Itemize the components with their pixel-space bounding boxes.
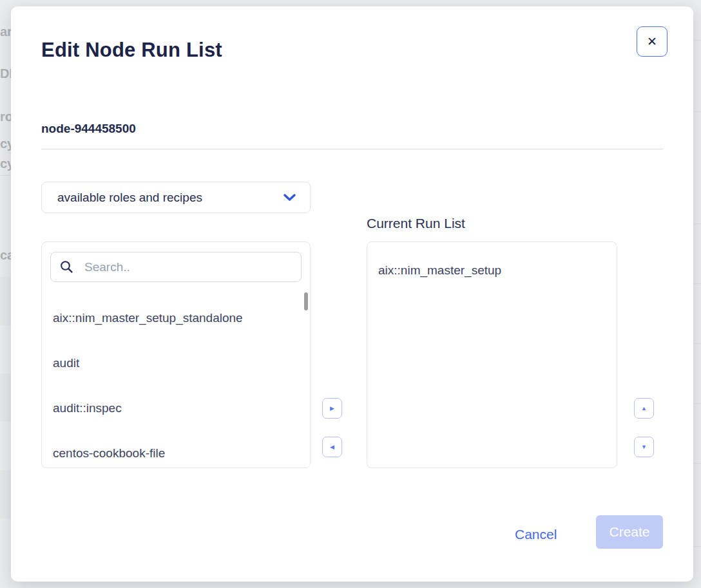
background-table-row [0, 470, 11, 518]
background-divider [693, 343, 701, 344]
triangle-down-icon: ▼ [641, 444, 647, 450]
close-icon: ✕ [647, 35, 657, 48]
run-list-item[interactable]: aix::nim_master_setup [367, 251, 617, 290]
available-list-panel: aix::nim_master_setup_standalone audit a… [41, 242, 311, 468]
triangle-left-icon: ◀ [330, 444, 334, 450]
current-run-list-panel: aix::nim_master_setup [367, 242, 617, 468]
move-up-button[interactable]: ▲ [634, 398, 654, 419]
background-divider [693, 111, 701, 112]
edit-node-run-list-dialog: Edit Node Run List ✕ node-944458500 avai… [11, 6, 693, 582]
move-right-button[interactable]: ▶ [322, 398, 342, 419]
node-name-divider [41, 149, 663, 149]
node-name: node-944458500 [41, 122, 136, 136]
background-divider [693, 463, 701, 464]
move-down-button[interactable]: ▼ [634, 437, 654, 457]
triangle-up-icon: ▲ [641, 406, 647, 412]
background-divider [693, 40, 701, 41]
dialog-title: Edit Node Run List [41, 39, 222, 62]
background-table-row [0, 374, 11, 422]
background-divider [0, 175, 11, 176]
available-roles-dropdown[interactable]: available roles and recipes [41, 182, 311, 213]
dropdown-selected-value: available roles and recipes [57, 191, 283, 205]
search-input[interactable] [84, 260, 278, 274]
background-divider [693, 283, 701, 284]
search-box[interactable] [50, 252, 302, 282]
search-icon [60, 260, 73, 274]
available-items: aix::nim_master_setup_standalone audit a… [42, 296, 310, 476]
background-table-row [0, 277, 11, 325]
current-run-list-items: aix::nim_master_setup [367, 251, 617, 290]
current-run-list-label: Current Run List [367, 216, 465, 231]
move-left-button[interactable]: ◀ [322, 437, 342, 457]
create-button[interactable]: Create [596, 515, 663, 549]
list-item[interactable]: aix::nim_master_setup_standalone [42, 296, 310, 341]
chevron-down-icon [283, 194, 296, 202]
close-button[interactable]: ✕ [637, 26, 667, 57]
triangle-right-icon: ▶ [330, 406, 334, 412]
list-item[interactable]: centos-cookbook-file [42, 431, 310, 476]
list-item[interactable]: audit::inspec [42, 386, 310, 431]
cancel-button[interactable]: Cancel [515, 527, 557, 542]
background-divider [693, 223, 701, 224]
background-divider [693, 403, 701, 404]
list-item[interactable]: audit [42, 341, 310, 386]
background-divider [693, 546, 701, 547]
